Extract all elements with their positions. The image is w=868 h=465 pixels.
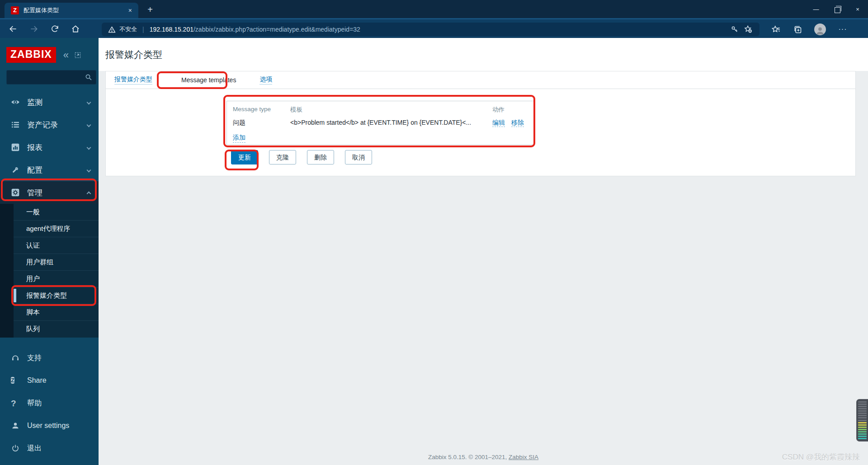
sidebar-item-help[interactable]: ? 帮助 [0, 392, 99, 414]
sidebar-item-label: 管理 [27, 188, 42, 198]
sidebar-item-user-settings[interactable]: User settings [0, 414, 99, 437]
csdn-watermark: CSDN @我的紫霞辣辣 [782, 452, 860, 462]
cancel-button[interactable]: 取消 [345, 150, 372, 164]
submenu-label: 用户群组 [26, 258, 53, 267]
tab-options[interactable]: 选项 [259, 75, 272, 85]
media-type-form-card: 报警媒介类型 Message templates 选项 Message type… [105, 71, 856, 176]
edit-link[interactable]: 编辑 [492, 119, 505, 127]
sidebar-item-share[interactable]: Z Share [0, 369, 99, 392]
avatar-icon [814, 23, 826, 35]
sidebar-item-label: 配置 [27, 165, 42, 175]
administration-submenu: 一般 agent代理程序 认证 用户群组 用户 报警媒介类型 脚本 队列 [0, 204, 99, 338]
page-title: 报警媒介类型 [105, 48, 162, 61]
back-icon[interactable] [5, 21, 21, 37]
sidebar-item-label: 帮助 [27, 399, 42, 408]
remove-link[interactable]: 移除 [511, 119, 524, 127]
chevron-down-icon [87, 168, 91, 172]
zabbix-sia-link[interactable]: Zabbix SIA [509, 454, 538, 460]
user-icon [11, 421, 20, 430]
new-tab-button[interactable]: + [144, 4, 156, 16]
url-host[interactable]: 192.168.15.201 [150, 26, 193, 33]
submenu-item-general[interactable]: 一般 [14, 204, 99, 221]
update-button[interactable]: 更新 [231, 150, 258, 164]
address-bar[interactable]: 不安全 | 192.168.15.201 /zabbix/zabbix.php?… [102, 23, 760, 36]
power-icon [11, 444, 20, 453]
not-secure-label[interactable]: 不安全 [119, 25, 137, 33]
window-restore-button[interactable] [826, 0, 847, 18]
sidebar-item-sign-out[interactable]: 退出 [0, 437, 99, 460]
submenu-label: 用户 [26, 275, 40, 283]
browser-extension-slider[interactable] [856, 399, 868, 442]
browser-titlebar: Z 配置媒体类型 × + — × [0, 0, 868, 18]
sidebar-item-support[interactable]: 支持 [0, 347, 99, 369]
sidebar-item-label: 资产记录 [27, 120, 58, 130]
search-input[interactable] [6, 70, 96, 85]
sidebar-item-label: Share [27, 376, 47, 385]
url-path[interactable]: /zabbix/zabbix.php?action=mediatype.edit… [193, 26, 360, 33]
chevron-down-icon [87, 122, 91, 127]
collections-icon[interactable] [790, 23, 805, 36]
sidebar-item-monitoring[interactable]: 监测 [0, 91, 99, 113]
gear-icon [11, 188, 20, 197]
add-favorite-star-icon[interactable] [741, 23, 755, 36]
add-link[interactable]: 添加 [233, 134, 245, 143]
sidebar-footer-menu: 支持 Z Share ? 帮助 User settings 退出 [0, 347, 99, 460]
message-templates-table: Message type 模板 动作 问题 <b>Problem started… [226, 101, 534, 145]
clone-button[interactable]: 克隆 [269, 150, 296, 164]
submenu-label: 一般 [26, 208, 40, 216]
sidebar-collapse-icon[interactable]: « [63, 51, 69, 59]
bar-chart-icon [11, 143, 20, 152]
sidebar-item-label: 支持 [27, 353, 42, 363]
favorites-icon[interactable] [769, 23, 783, 36]
password-key-icon[interactable] [728, 23, 741, 36]
submenu-label: 认证 [26, 241, 40, 250]
message-type-cell: 问题 [233, 119, 290, 127]
browser-menu-icon[interactable]: ··· [835, 23, 850, 36]
sidebar-item-configuration[interactable]: 配置 [0, 159, 99, 181]
refresh-icon[interactable] [47, 21, 62, 37]
sidebar-item-inventory[interactable]: 资产记录 [0, 113, 99, 136]
delete-button[interactable]: 删除 [307, 150, 334, 164]
search-icon [85, 73, 93, 81]
chevron-down-icon [87, 145, 91, 150]
eye-icon [11, 98, 20, 107]
form-tabs: 报警媒介类型 Message templates 选项 [106, 71, 855, 89]
column-template: 模板 [290, 106, 492, 114]
sidebar-item-reports[interactable]: 报表 [0, 136, 99, 159]
url-divider: | [142, 26, 144, 33]
submenu-label: 报警媒介类型 [26, 291, 67, 300]
browser-tab[interactable]: Z 配置媒体类型 × [5, 3, 138, 18]
submenu-item-queue[interactable]: 队列 [14, 321, 99, 338]
zabbix-share-icon: Z [11, 376, 20, 385]
restore-icon [835, 7, 840, 12]
footer-copyright: Zabbix 5.0.15. © 2001–2021, [428, 454, 509, 460]
tab-message-templates[interactable]: Message templates [181, 76, 236, 84]
forward-icon[interactable] [26, 21, 42, 37]
submenu-item-proxies[interactable]: agent代理程序 [14, 221, 99, 237]
sidebar-item-administration[interactable]: 管理 [0, 181, 99, 204]
window-close-button[interactable]: × [847, 0, 868, 18]
sidebar-item-label: 报表 [27, 142, 42, 153]
submenu-item-scripts[interactable]: 脚本 [14, 304, 99, 321]
sidebar: ZABBIX « 监测 [0, 38, 99, 465]
sidebar-menu: 监测 资产记录 报表 配置 [0, 91, 99, 204]
submenu-item-user-groups[interactable]: 用户群组 [14, 254, 99, 271]
window-minimize-button[interactable]: — [806, 0, 826, 18]
tab-close-icon[interactable]: × [127, 7, 134, 14]
headset-icon [11, 353, 20, 362]
sidebar-item-label: User settings [27, 422, 69, 430]
submenu-item-media-types[interactable]: 报警媒介类型 [14, 287, 99, 304]
zabbix-footer: Zabbix 5.0.15. © 2001–2021, Zabbix SIA [99, 454, 868, 460]
home-icon[interactable] [68, 21, 83, 37]
tab-media-type[interactable]: 报警媒介类型 [114, 75, 152, 85]
list-icon [11, 120, 20, 129]
sidebar-expand-icon[interactable] [74, 52, 81, 59]
profile-avatar[interactable] [813, 23, 827, 36]
browser-toolbar: 不安全 | 192.168.15.201 /zabbix/zabbix.php?… [0, 18, 868, 38]
wrench-icon [11, 165, 20, 174]
submenu-label: agent代理程序 [26, 225, 71, 233]
zabbix-logo[interactable]: ZABBIX [6, 47, 56, 63]
zabbix-favicon-icon: Z [11, 6, 19, 14]
submenu-item-authentication[interactable]: 认证 [14, 237, 99, 254]
submenu-item-users[interactable]: 用户 [14, 271, 99, 287]
